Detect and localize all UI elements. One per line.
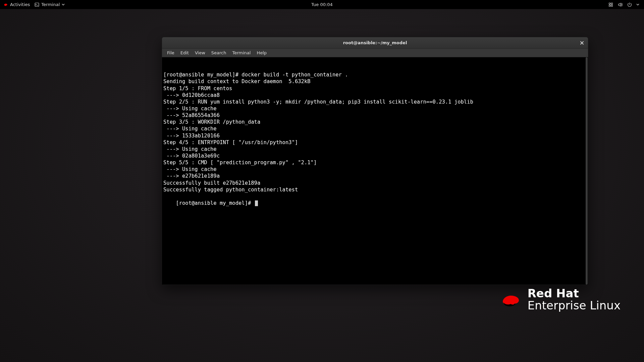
terminal-app-icon (35, 2, 39, 7)
terminal-output-line: Successfully tagged python_container:lat… (163, 186, 587, 193)
menu-file[interactable]: File (164, 49, 177, 56)
branding-line2: Enterprise Linux (528, 300, 621, 312)
volume-icon (618, 2, 623, 7)
chevron-down-icon (62, 3, 65, 6)
terminal-output-line: ---> 1533ab120166 (163, 132, 587, 139)
redhat-hat-icon (500, 292, 522, 308)
clock[interactable]: Tue 00:04 (311, 2, 333, 7)
terminal-prompt: [root@ansible my_model]# (176, 200, 254, 206)
terminal-output-line: Step 3/5 : WORKDIR /python_data (163, 119, 587, 125)
svg-rect-0 (35, 3, 39, 6)
window-titlebar[interactable]: root@ansible:~/my_model (162, 37, 588, 49)
terminal-output-line: ---> Using cache (163, 105, 587, 112)
terminal-menubar: File Edit View Search Terminal Help (162, 49, 588, 57)
terminal-output-line: ---> Using cache (163, 146, 587, 153)
power-icon (627, 2, 632, 7)
menu-edit[interactable]: Edit (177, 49, 192, 56)
system-tray[interactable] (608, 2, 644, 7)
close-icon (580, 41, 584, 45)
menu-search[interactable]: Search (208, 49, 229, 56)
redhat-logo-icon (3, 2, 8, 7)
terminal-output-line: Step 1/5 : FROM centos (163, 85, 587, 92)
network-icon (608, 2, 613, 7)
terminal-output-line: Step 5/5 : CMD [ "prediction_program.py"… (163, 159, 587, 166)
terminal-output-line: Step 2/5 : RUN yum install python3 -y; m… (163, 99, 587, 105)
terminal-output-line: ---> Using cache (163, 166, 587, 173)
terminal-output-line: ---> e27b621e189a (163, 173, 587, 179)
terminal-output-line: ---> 02a801a3e69c (163, 153, 587, 159)
menu-view[interactable]: View (192, 49, 208, 56)
terminal-output-line: ---> 0d120b6ccaa8 (163, 92, 587, 99)
active-app-name: Terminal (41, 2, 60, 7)
menu-help[interactable]: Help (254, 49, 270, 56)
terminal-output-line: ---> 52a86554a366 (163, 112, 587, 119)
terminal-window: root@ansible:~/my_model File Edit View S… (162, 37, 588, 285)
terminal-body[interactable]: [root@ansible my_model]# docker build -t… (162, 57, 588, 285)
terminal-output-line: Step 4/5 : ENTRYPOINT [ "/usr/bin/python… (163, 139, 587, 146)
terminal-cursor (255, 200, 258, 206)
chevron-down-icon (636, 3, 639, 6)
activities-label: Activities (10, 2, 30, 7)
terminal-output-line: [root@ansible my_model]# docker build -t… (163, 71, 587, 78)
terminal-output-line: Successfully built e27b621e189a (163, 180, 587, 186)
scrollbar-thumb[interactable] (586, 57, 588, 285)
terminal-output-line: Sending build context to Docker daemon 5… (163, 78, 587, 85)
window-close-button[interactable] (579, 40, 585, 46)
active-app-indicator[interactable]: Terminal (35, 2, 65, 7)
terminal-scrollbar[interactable] (585, 57, 588, 285)
menu-terminal[interactable]: Terminal (229, 49, 254, 56)
branding-line1: Red Hat (528, 288, 621, 299)
rhel-branding: Red Hat Enterprise Linux (500, 288, 621, 312)
gnome-topbar: Activities Terminal Tue 00:04 (0, 0, 644, 9)
terminal-output-line: ---> Using cache (163, 125, 587, 132)
activities-button[interactable]: Activities (3, 2, 30, 7)
window-title: root@ansible:~/my_model (343, 40, 407, 45)
